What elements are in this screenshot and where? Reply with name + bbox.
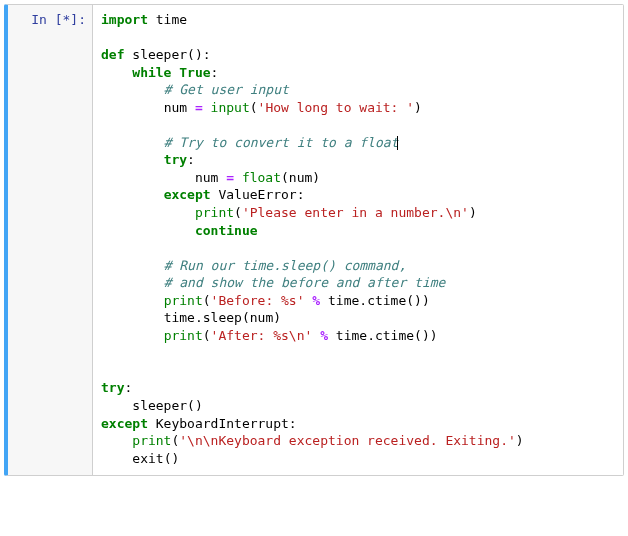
builtin-print: print (164, 293, 203, 308)
paren: ) (414, 100, 422, 115)
paren: ( (250, 100, 258, 115)
code-editor[interactable]: import time def sleeper(): while True: #… (92, 5, 623, 475)
paren: ) (516, 433, 524, 448)
var-num: num (164, 100, 195, 115)
space (234, 170, 242, 185)
const-true: True (179, 65, 210, 80)
exc-keyboardinterrupt: KeyboardInterrupt (148, 416, 289, 431)
module-time: time (328, 328, 367, 343)
paren: ( (203, 293, 211, 308)
text-cursor (397, 136, 398, 150)
prompt-suffix: ]: (70, 12, 86, 27)
op-mod: % (320, 328, 328, 343)
comment-run-sleep: # Run our time.sleep() command, (164, 258, 407, 273)
module-time: time (320, 293, 359, 308)
paren: ) (469, 205, 477, 220)
dot: . (195, 310, 203, 325)
module-time: time (164, 310, 195, 325)
module-time: time (148, 12, 187, 27)
paren: ( (203, 328, 211, 343)
paren: ( (234, 205, 242, 220)
paren: ( (187, 398, 195, 413)
prompt-prefix: In [ (31, 12, 62, 27)
func-name-sleeper: sleeper (124, 47, 187, 62)
builtin-print: print (132, 433, 171, 448)
colon: : (187, 152, 195, 167)
paren: ) (312, 170, 320, 185)
paren: ) (171, 451, 179, 466)
colon: : (289, 416, 297, 431)
notebook-cell: In [*]: import time def sleeper(): while… (4, 4, 624, 476)
paren: ) (430, 328, 438, 343)
paren: ( (242, 310, 250, 325)
paren: ) (422, 293, 430, 308)
builtin-print: print (164, 328, 203, 343)
exc-valueerror: ValueError (211, 187, 297, 202)
builtin-float: float (242, 170, 281, 185)
builtin-input: input (211, 100, 250, 115)
space (312, 328, 320, 343)
string-prompt: 'How long to wait: ' (258, 100, 415, 115)
op-assign: = (226, 170, 234, 185)
var-num: num (289, 170, 312, 185)
string-kb-exit: '\n\nKeyboard exception received. Exitin… (179, 433, 516, 448)
keyword-import: import (101, 12, 148, 27)
keyword-try: try (101, 380, 124, 395)
var-num: num (195, 170, 226, 185)
code-content[interactable]: import time def sleeper(): while True: #… (101, 11, 615, 467)
method-ctime: ctime (367, 293, 406, 308)
string-enter-number: 'Please enter in a number.\n' (242, 205, 469, 220)
comment-show-time: # and show the before and after time (164, 275, 446, 290)
method-ctime: ctime (375, 328, 414, 343)
paren: ) (195, 398, 203, 413)
keyword-def: def (101, 47, 124, 62)
colon: : (211, 65, 219, 80)
string-before: 'Before: %s' (211, 293, 305, 308)
cell-prompt: In [*]: (8, 5, 92, 35)
paren: ) (414, 293, 422, 308)
paren: ( (187, 47, 195, 62)
method-sleep: sleep (203, 310, 242, 325)
dot: . (359, 293, 367, 308)
colon: : (124, 380, 132, 395)
keyword-except: except (164, 187, 211, 202)
paren: ) (422, 328, 430, 343)
paren: ( (414, 328, 422, 343)
paren: ) (195, 47, 203, 62)
keyword-except: except (101, 416, 148, 431)
keyword-while: while (132, 65, 171, 80)
string-after: 'After: %s\n' (211, 328, 313, 343)
op-mod: % (312, 293, 320, 308)
paren: ( (281, 170, 289, 185)
op-assign: = (195, 100, 203, 115)
paren: ( (406, 293, 414, 308)
keyword-continue: continue (195, 223, 258, 238)
space (203, 100, 211, 115)
dot: . (367, 328, 375, 343)
comment-try-convert: # Try to convert it to a float (164, 135, 399, 150)
paren: ) (273, 310, 281, 325)
colon: : (203, 47, 211, 62)
colon: : (297, 187, 305, 202)
call-sleeper: sleeper (132, 398, 187, 413)
keyword-try: try (164, 152, 187, 167)
comment-get-input: # Get user input (164, 82, 289, 97)
builtin-exit: exit (132, 451, 163, 466)
builtin-print: print (195, 205, 234, 220)
var-num: num (250, 310, 273, 325)
